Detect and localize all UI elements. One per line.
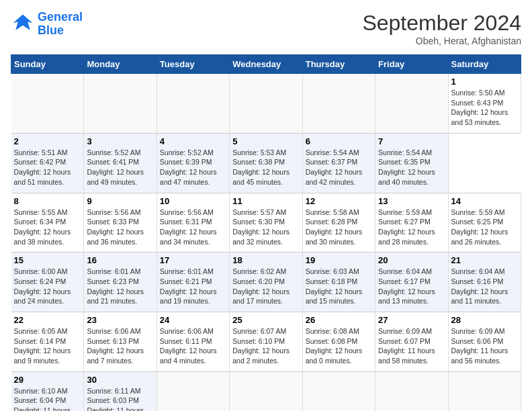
header-wednesday: Wednesday — [230, 55, 302, 74]
calendar-day-13: 13Sunrise: 5:59 AMSunset: 6:27 PMDayligh… — [375, 193, 448, 253]
calendar-day-1: 1Sunrise: 5:50 AMSunset: 6:43 PMDaylight… — [448, 74, 521, 134]
day-number: 24 — [160, 315, 226, 325]
day-number: 12 — [306, 196, 372, 206]
day-number: 14 — [451, 196, 518, 206]
day-info: Sunrise: 6:02 AMSunset: 6:20 PMDaylight:… — [232, 267, 299, 306]
day-info: Sunrise: 5:54 AMSunset: 6:37 PMDaylight:… — [306, 148, 372, 187]
calendar-day-2: 2Sunrise: 5:51 AMSunset: 6:42 PMDaylight… — [11, 133, 84, 193]
empty-cell — [157, 371, 229, 411]
calendar-day-14: 14Sunrise: 5:59 AMSunset: 6:25 PMDayligh… — [448, 193, 521, 253]
calendar-day-20: 20Sunrise: 6:04 AMSunset: 6:17 PMDayligh… — [375, 253, 448, 312]
day-info: Sunrise: 6:09 AMSunset: 6:07 PMDaylight:… — [378, 326, 445, 366]
calendar-day-9: 9Sunrise: 5:56 AMSunset: 6:33 PMDaylight… — [84, 193, 157, 253]
day-number: 19 — [306, 255, 372, 265]
day-info: Sunrise: 5:58 AMSunset: 6:28 PMDaylight:… — [306, 208, 372, 247]
calendar-day-24: 24Sunrise: 6:06 AMSunset: 6:11 PMDayligh… — [157, 312, 229, 372]
header-monday: Monday — [84, 55, 157, 74]
day-info: Sunrise: 6:00 AMSunset: 6:24 PMDaylight:… — [14, 267, 81, 306]
calendar-week-4: 15Sunrise: 6:00 AMSunset: 6:24 PMDayligh… — [11, 253, 521, 312]
calendar-day-3: 3Sunrise: 5:52 AMSunset: 6:41 PMDaylight… — [84, 133, 157, 193]
day-info: Sunrise: 5:56 AMSunset: 6:33 PMDaylight:… — [87, 208, 153, 247]
calendar-day-22: 22Sunrise: 6:05 AMSunset: 6:14 PMDayligh… — [11, 312, 84, 372]
calendar-day-30: 30Sunrise: 6:11 AMSunset: 6:03 PMDayligh… — [84, 371, 157, 411]
empty-cell — [375, 74, 448, 134]
day-number: 21 — [451, 255, 518, 265]
day-number: 23 — [87, 315, 153, 325]
day-info: Sunrise: 6:06 AMSunset: 6:13 PMDaylight:… — [87, 326, 153, 366]
day-number: 26 — [306, 315, 372, 325]
day-info: Sunrise: 6:05 AMSunset: 6:14 PMDaylight:… — [14, 326, 81, 366]
day-number: 1 — [451, 77, 518, 87]
day-number: 7 — [378, 136, 445, 146]
day-number: 8 — [14, 196, 81, 206]
calendar-table: SundayMondayTuesdayWednesdayThursdayFrid… — [11, 54, 521, 411]
day-info: Sunrise: 5:51 AMSunset: 6:42 PMDaylight:… — [14, 148, 81, 187]
day-info: Sunrise: 6:10 AMSunset: 6:04 PMDaylight:… — [14, 386, 81, 411]
empty-cell — [302, 74, 375, 134]
empty-cell — [11, 74, 84, 134]
title-block: September 2024 Obeh, Herat, Afghanistan — [362, 11, 521, 46]
day-number: 10 — [160, 196, 226, 206]
day-number: 3 — [87, 136, 153, 146]
day-number: 29 — [14, 375, 81, 385]
day-number: 13 — [378, 196, 445, 206]
day-number: 16 — [87, 255, 153, 265]
calendar-week-5: 22Sunrise: 6:05 AMSunset: 6:14 PMDayligh… — [11, 312, 521, 372]
day-info: Sunrise: 5:59 AMSunset: 6:27 PMDaylight:… — [378, 208, 445, 247]
day-info: Sunrise: 6:04 AMSunset: 6:17 PMDaylight:… — [378, 267, 445, 306]
day-number: 9 — [87, 196, 153, 206]
calendar-day-16: 16Sunrise: 6:01 AMSunset: 6:23 PMDayligh… — [84, 253, 157, 312]
empty-cell — [375, 371, 448, 411]
calendar-day-28: 28Sunrise: 6:09 AMSunset: 6:06 PMDayligh… — [448, 312, 521, 372]
day-number: 30 — [87, 375, 153, 385]
logo: General Blue — [11, 11, 83, 38]
day-info: Sunrise: 6:06 AMSunset: 6:11 PMDaylight:… — [160, 326, 226, 366]
calendar-day-27: 27Sunrise: 6:09 AMSunset: 6:07 PMDayligh… — [375, 312, 448, 372]
header-tuesday: Tuesday — [157, 55, 229, 74]
calendar-day-7: 7Sunrise: 5:54 AMSunset: 6:35 PMDaylight… — [375, 133, 448, 193]
day-number: 25 — [232, 315, 299, 325]
header-saturday: Saturday — [448, 55, 521, 74]
location: Obeh, Herat, Afghanistan — [362, 36, 521, 46]
empty-cell — [448, 371, 521, 411]
day-info: Sunrise: 5:56 AMSunset: 6:31 PMDaylight:… — [160, 208, 226, 247]
calendar-day-5: 5Sunrise: 5:53 AMSunset: 6:38 PMDaylight… — [230, 133, 302, 193]
day-info: Sunrise: 6:08 AMSunset: 6:08 PMDaylight:… — [306, 326, 372, 366]
day-number: 17 — [160, 255, 226, 265]
empty-cell — [84, 74, 157, 134]
day-number: 15 — [14, 255, 81, 265]
day-info: Sunrise: 5:52 AMSunset: 6:41 PMDaylight:… — [87, 148, 153, 187]
day-info: Sunrise: 5:55 AMSunset: 6:34 PMDaylight:… — [14, 208, 81, 247]
day-number: 27 — [378, 315, 445, 325]
logo-text: General Blue — [38, 11, 83, 38]
calendar-day-17: 17Sunrise: 6:01 AMSunset: 6:21 PMDayligh… — [157, 253, 229, 312]
calendar-day-4: 4Sunrise: 5:52 AMSunset: 6:39 PMDaylight… — [157, 133, 229, 193]
calendar-week-6: 29Sunrise: 6:10 AMSunset: 6:04 PMDayligh… — [11, 371, 521, 411]
day-info: Sunrise: 6:04 AMSunset: 6:16 PMDaylight:… — [451, 267, 518, 306]
page-header: General Blue September 2024 Obeh, Herat,… — [11, 11, 521, 46]
calendar-day-25: 25Sunrise: 6:07 AMSunset: 6:10 PMDayligh… — [230, 312, 302, 372]
day-info: Sunrise: 6:01 AMSunset: 6:21 PMDaylight:… — [160, 267, 226, 306]
day-number: 28 — [451, 315, 518, 325]
calendar-day-21: 21Sunrise: 6:04 AMSunset: 6:16 PMDayligh… — [448, 253, 521, 312]
day-info: Sunrise: 6:07 AMSunset: 6:10 PMDaylight:… — [232, 326, 299, 366]
day-info: Sunrise: 6:09 AMSunset: 6:06 PMDaylight:… — [451, 326, 518, 366]
header-sunday: Sunday — [11, 55, 84, 74]
calendar-day-8: 8Sunrise: 5:55 AMSunset: 6:34 PMDaylight… — [11, 193, 84, 253]
calendar-day-29: 29Sunrise: 6:10 AMSunset: 6:04 PMDayligh… — [11, 371, 84, 411]
empty-cell — [230, 74, 302, 134]
day-number: 22 — [14, 315, 81, 325]
day-info: Sunrise: 5:50 AMSunset: 6:43 PMDaylight:… — [451, 88, 518, 128]
month-title: September 2024 — [362, 11, 521, 36]
calendar-day-15: 15Sunrise: 6:00 AMSunset: 6:24 PMDayligh… — [11, 253, 84, 312]
day-info: Sunrise: 6:01 AMSunset: 6:23 PMDaylight:… — [87, 267, 153, 306]
day-info: Sunrise: 6:03 AMSunset: 6:18 PMDaylight:… — [306, 267, 372, 306]
day-number: 11 — [232, 196, 299, 206]
day-info: Sunrise: 5:52 AMSunset: 6:39 PMDaylight:… — [160, 148, 226, 187]
calendar-day-26: 26Sunrise: 6:08 AMSunset: 6:08 PMDayligh… — [302, 312, 375, 372]
calendar-header-row: SundayMondayTuesdayWednesdayThursdayFrid… — [11, 55, 521, 74]
calendar-week-3: 8Sunrise: 5:55 AMSunset: 6:34 PMDaylight… — [11, 193, 521, 253]
day-number: 20 — [378, 255, 445, 265]
empty-cell — [230, 371, 302, 411]
day-number: 18 — [232, 255, 299, 265]
